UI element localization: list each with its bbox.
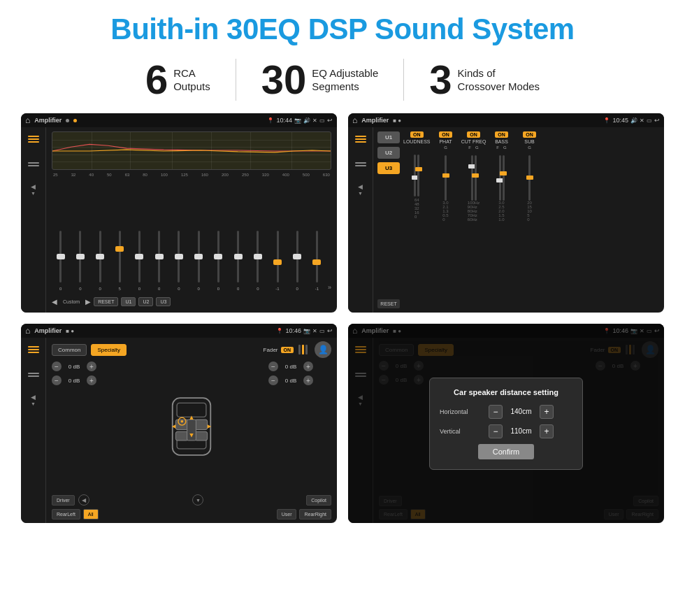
eq-reset-btn[interactable]: RESET: [94, 297, 118, 306]
stat-rca-number: 6: [145, 59, 168, 100]
specialty-home-icon[interactable]: ⌂: [25, 326, 30, 336]
specialty-sidebar-wave[interactable]: [26, 368, 41, 381]
specialty-avatar[interactable]: 👤: [315, 341, 331, 358]
copilot-btn[interactable]: Copilot: [306, 495, 331, 506]
bass-sliders: [499, 152, 505, 201]
crossover-sidebar: ◀ ▼: [348, 127, 373, 313]
eq-slider-11[interactable]: -1: [268, 228, 286, 291]
fader-on-badge[interactable]: ON: [281, 347, 294, 353]
crossover-sidebar-arrows[interactable]: ◀ ▼: [358, 183, 363, 196]
db-plus-4[interactable]: +: [303, 375, 313, 385]
eq-slider-5[interactable]: 0: [150, 228, 168, 291]
db-plus-1[interactable]: +: [87, 361, 96, 371]
db-minus-4[interactable]: −: [268, 375, 278, 385]
stat-crossover: 3 Kinds ofCrossover Modes: [404, 59, 565, 100]
specialty-location-icon: 📍: [276, 328, 283, 334]
eq-expand-icon[interactable]: »: [328, 284, 331, 291]
db-plus-3[interactable]: +: [303, 361, 313, 371]
screens-grid: ⌂ Amplifier 📍 10:44 📷 🔊 ✕ ▭ ↩: [21, 113, 664, 523]
eq-status-bar: ⌂ Amplifier 📍 10:44 📷 🔊 ✕ ▭ ↩: [21, 113, 337, 127]
eq-slider-10[interactable]: 0: [249, 228, 266, 291]
eq-slider-3[interactable]: 5: [111, 228, 129, 291]
specialty-title: Amplifier: [34, 327, 62, 334]
eq-slider-12[interactable]: 0: [289, 228, 306, 291]
crossover-sidebar-wave[interactable]: [353, 158, 368, 171]
db-minus-2[interactable]: −: [52, 375, 62, 385]
eq-home-icon[interactable]: ⌂: [25, 115, 30, 125]
eq-rect-icon: ▭: [319, 117, 325, 124]
eq-u3-btn[interactable]: U3: [156, 297, 171, 306]
specialty-tab[interactable]: Specialty: [91, 344, 126, 356]
db-minus-1[interactable]: −: [52, 361, 62, 371]
eq-sidebar-eq[interactable]: [26, 133, 41, 145]
screen-crossover: ⌂ Amplifier ■ ● 📍 10:45 🔊 ✕ ▭ ↩: [348, 113, 664, 313]
cutfreq-on-btn[interactable]: ON: [467, 131, 480, 138]
crossover-sidebar-eq[interactable]: [353, 133, 368, 145]
confirm-button[interactable]: Confirm: [478, 444, 534, 459]
eq-location-icon: 📍: [267, 117, 274, 124]
horizontal-minus[interactable]: −: [489, 405, 503, 419]
vertical-plus[interactable]: +: [540, 424, 554, 438]
horizontal-plus[interactable]: +: [540, 405, 554, 419]
crossover-reset-btn[interactable]: RESET: [377, 299, 400, 308]
eq-slider-8[interactable]: 0: [210, 228, 227, 291]
rearleft-btn[interactable]: RearLeft: [52, 509, 80, 520]
eq-next-btn[interactable]: ▶: [85, 298, 91, 306]
eq-prev-btn[interactable]: ◀: [52, 298, 57, 306]
eq-slider-4[interactable]: 0: [131, 228, 148, 291]
specialty-status-icons: 📍 10:46 📷 ✕ ▭ ↩: [276, 327, 333, 334]
eq-slider-7[interactable]: 0: [190, 228, 208, 291]
eq-slider-6[interactable]: 0: [170, 228, 187, 291]
driver-btn[interactable]: Driver: [52, 495, 75, 506]
eq-slider-9[interactable]: 0: [229, 228, 247, 291]
all-btn[interactable]: All: [83, 509, 99, 520]
nav-left[interactable]: ◀: [78, 494, 90, 506]
svg-point-9: [181, 420, 184, 422]
nav-down[interactable]: ▼: [192, 494, 204, 506]
eq-u2-btn[interactable]: U2: [138, 297, 153, 306]
channel-cutfreq: ON CUT FREQ FG: [461, 131, 486, 222]
vertical-minus[interactable]: −: [489, 424, 503, 438]
eq-cam-icon: 📷: [294, 117, 301, 124]
page-container: Buith-in 30EQ DSP Sound System 6 RCAOutp…: [0, 0, 685, 616]
channel-loudness: ON LOUDNESS: [403, 131, 431, 219]
distance-dialog: Car speaker distance setting Horizontal …: [429, 378, 583, 470]
phat-on-btn[interactable]: ON: [439, 131, 452, 138]
stat-crossover-number: 3: [429, 59, 452, 100]
crossover-status-icons: 📍 10:45 🔊 ✕ ▭ ↩: [603, 117, 660, 124]
eq-sliders: 0 0 0: [52, 180, 331, 292]
db-minus-3[interactable]: −: [268, 361, 278, 371]
common-tab[interactable]: Common: [52, 344, 87, 356]
specialty-status-bar: ⌂ Amplifier ■ ● 📍 10:46 📷 ✕ ▭ ↩: [21, 324, 337, 338]
eq-slider-0[interactable]: 0: [52, 228, 69, 291]
crossover-u3-btn[interactable]: U3: [377, 162, 400, 174]
crossover-body: ◀ ▼ U1 U2 U3 RESET: [348, 127, 664, 313]
eq-u1-btn[interactable]: U1: [121, 297, 136, 306]
crossover-title: Amplifier: [361, 117, 389, 124]
db-value-4: 0 dB: [280, 378, 301, 384]
crossover-back-icon[interactable]: ↩: [654, 117, 660, 124]
eq-sidebar-wave[interactable]: [26, 158, 41, 171]
db-plus-2[interactable]: +: [87, 375, 96, 385]
eq-x-icon: ✕: [312, 117, 317, 124]
eq-slider-1[interactable]: 0: [71, 228, 89, 291]
specialty-sidebar-arrows[interactable]: ◀ ▼: [31, 394, 36, 406]
eq-sidebar-arrows[interactable]: ◀ ▼: [31, 183, 36, 196]
specialty-top-row: Common Specialty Fader ON 👤: [52, 341, 331, 358]
crossover-u2-btn[interactable]: U2: [377, 147, 400, 159]
svg-rect-1: [177, 403, 206, 417]
crossover-home-icon[interactable]: ⌂: [352, 115, 357, 125]
loudness-on-btn[interactable]: ON: [410, 131, 424, 138]
specialty-back-icon[interactable]: ↩: [327, 327, 333, 334]
specialty-bottom-row: Driver ◀ ▼ Copilot: [52, 494, 331, 506]
eq-slider-2[interactable]: 0: [91, 228, 108, 291]
rearright-btn[interactable]: RearRight: [299, 509, 331, 520]
bass-on-btn[interactable]: ON: [495, 131, 508, 138]
crossover-u1-btn[interactable]: U1: [377, 131, 400, 143]
user-btn[interactable]: User: [277, 509, 297, 520]
eq-back-icon[interactable]: ↩: [327, 117, 333, 124]
eq-slider-13[interactable]: -1: [308, 228, 326, 291]
specialty-sidebar-eq[interactable]: [26, 343, 41, 356]
sub-on-btn[interactable]: ON: [523, 131, 536, 138]
crossover-channels-row: ON LOUDNESS: [403, 131, 660, 222]
